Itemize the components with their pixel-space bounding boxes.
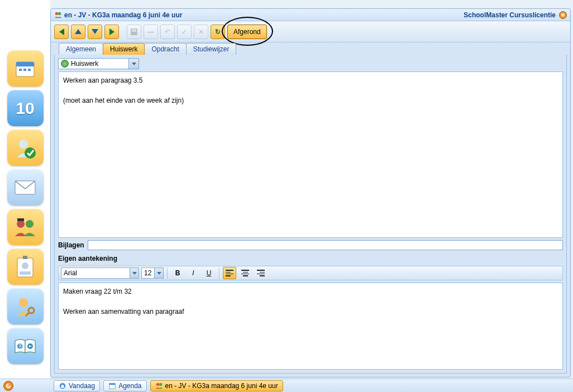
mail-icon — [13, 179, 37, 197]
svg-point-15 — [19, 298, 28, 307]
cancel-button: ✕ — [194, 25, 208, 39]
tab-opdracht[interactable]: Opdracht — [144, 43, 186, 55]
chevron-down-icon — [130, 268, 139, 278]
attachments-input[interactable] — [88, 240, 563, 250]
font-family-select[interactable]: Arial — [61, 267, 139, 279]
calendar-small-icon — [108, 382, 116, 390]
nav-prev-button[interactable] — [54, 25, 69, 39]
nav-next-button[interactable] — [104, 25, 119, 39]
user-check-icon — [13, 136, 37, 160]
tab-algemeen[interactable]: Algemeen — [59, 43, 103, 55]
task-agenda[interactable]: Agenda — [103, 380, 146, 391]
tab-huiswerk[interactable]: Huiswerk — [103, 43, 145, 55]
homework-textarea[interactable]: Werken aan paragraag 3.5 (moet aan het e… — [58, 71, 563, 238]
close-button[interactable]: ✕ — [559, 11, 567, 19]
students-icon — [13, 216, 37, 238]
app-sidebar: 10 @ — [0, 0, 50, 380]
sidebar-calendar[interactable] — [7, 50, 44, 87]
main-window: en - JV - KG3a maandag 6 juni 4e uur Sch… — [50, 8, 571, 377]
tab-bar: Algemeen Huiswerk Opdracht Studiewijzer — [51, 42, 570, 55]
underline-button[interactable]: U — [202, 267, 216, 279]
svg-rect-3 — [23, 69, 26, 71]
font-value: Arial — [64, 269, 77, 277]
bold-button[interactable]: B — [171, 267, 184, 279]
font-size-select[interactable]: 12 — [141, 267, 164, 279]
window-title: en - JV - KG3a maandag 6 juni 4e uur — [64, 11, 182, 19]
people-icon — [54, 11, 62, 19]
id-badge-icon — [15, 255, 35, 279]
arrow-left-icon — [59, 28, 64, 35]
globe-icon — [61, 60, 69, 68]
arrow-right-icon — [109, 28, 114, 35]
underline-icon: U — [207, 269, 212, 277]
notes-heading: Eigen aantekening — [58, 252, 563, 264]
tab-label: Opdracht — [151, 45, 179, 53]
dropdown-value: Huiswerk — [71, 60, 98, 68]
svg-point-5 — [19, 140, 28, 149]
check-button: ✓ — [177, 25, 192, 39]
task-current[interactable]: en - JV - KG3a maandag 6 juni 4e uur — [150, 380, 283, 391]
align-right-button[interactable] — [254, 267, 268, 279]
sidebar-date[interactable]: 10 — [7, 90, 44, 126]
task-label: Vandaag — [69, 382, 95, 390]
sidebar-book[interactable]: @ — [7, 328, 44, 364]
calendar-icon — [14, 58, 36, 80]
nav-down-button[interactable] — [88, 25, 102, 39]
task-vandaag[interactable]: Vandaag — [54, 380, 100, 391]
svg-rect-4 — [28, 69, 31, 71]
svg-rect-13 — [20, 271, 31, 275]
tab-studiewijzer[interactable]: Studiewijzer — [186, 43, 237, 55]
x-icon: ✕ — [198, 28, 204, 36]
svg-rect-10 — [17, 218, 24, 221]
italic-icon: I — [192, 269, 194, 277]
refresh-button[interactable]: ↻ — [211, 25, 225, 39]
tab-label: Algemeen — [66, 45, 96, 53]
italic-button[interactable]: I — [187, 267, 200, 279]
refresh-icon: ↻ — [215, 28, 221, 36]
afgerond-button[interactable]: Afgerond — [227, 25, 267, 39]
separator — [219, 267, 219, 279]
attachments-row: Bijlagen — [58, 240, 563, 250]
save-icon — [130, 27, 139, 36]
people-icon — [155, 382, 163, 390]
svg-rect-14 — [23, 256, 27, 259]
sidebar-user-key[interactable] — [7, 288, 44, 324]
svg-rect-2 — [19, 69, 22, 71]
task-label: en - JV - KG3a maandag 6 juni 4e uur — [165, 382, 278, 390]
align-left-button[interactable] — [223, 267, 236, 279]
notes-textarea[interactable]: Maken vraag 22 t/m 32 Werken aan samenva… — [58, 283, 563, 370]
svg-point-6 — [25, 147, 36, 159]
sidebar-user-check[interactable] — [7, 130, 44, 166]
nav-up-button[interactable] — [71, 25, 85, 39]
svg-rect-27 — [109, 383, 116, 385]
bold-icon: B — [175, 269, 180, 277]
power-icon — [5, 383, 11, 389]
task-bar: Vandaag Agenda en - JV - KG3a maandag 6 … — [0, 379, 573, 392]
check-icon: ✓ — [182, 28, 187, 36]
window-titlebar: en - JV - KG3a maandag 6 juni 4e uur Sch… — [51, 9, 570, 21]
main-toolbar: — ↶ ✓ ✕ ↻ Afgerond — [51, 21, 570, 42]
attachments-label: Bijlagen — [58, 241, 84, 249]
sidebar-id-badge[interactable] — [7, 248, 44, 285]
align-right-icon — [257, 270, 265, 276]
svg-point-12 — [22, 262, 28, 269]
arrow-down-icon — [92, 29, 98, 34]
svg-text:@: @ — [18, 342, 25, 350]
start-button[interactable] — [3, 381, 13, 391]
separator — [167, 267, 168, 279]
sidebar-students[interactable] — [7, 209, 44, 245]
type-dropdown[interactable]: Huiswerk — [58, 58, 139, 69]
task-label: Agenda — [118, 382, 141, 390]
svg-rect-24 — [132, 29, 136, 32]
brand-label: SchoolMaster Cursuslicentie — [464, 11, 556, 19]
chevron-down-icon — [128, 59, 139, 69]
afgerond-label: Afgerond — [233, 28, 261, 36]
tab-content: Huiswerk Werken aan paragraag 3.5 (moet … — [54, 55, 567, 374]
svg-point-22 — [58, 12, 61, 15]
tab-label: Huiswerk — [110, 45, 137, 53]
sidebar-mail[interactable] — [7, 169, 44, 205]
svg-point-9 — [26, 220, 34, 228]
delete-button: — — [144, 25, 158, 39]
align-center-button[interactable] — [238, 267, 252, 279]
size-value: 12 — [144, 269, 151, 277]
